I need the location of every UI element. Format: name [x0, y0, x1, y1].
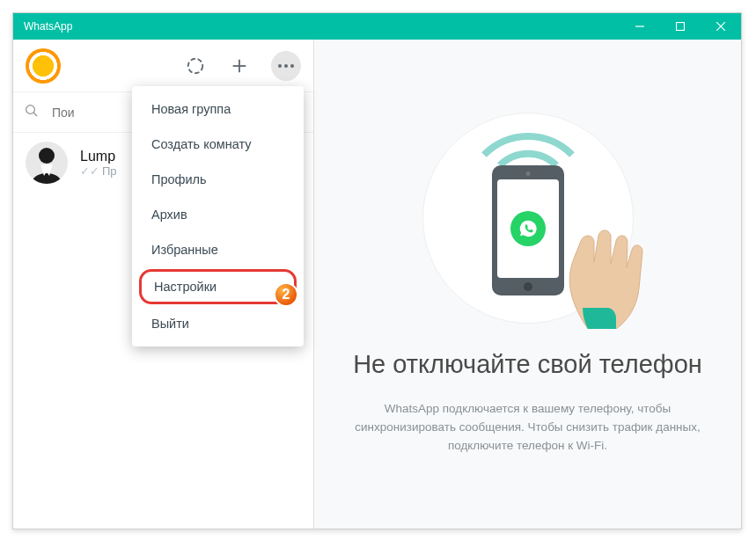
- menu-item-label: Архив: [151, 208, 187, 222]
- menu-item-create-room[interactable]: Создать комнату: [132, 127, 304, 162]
- read-ticks-icon: ✓✓: [80, 164, 99, 178]
- menu-item-starred[interactable]: Избранные: [132, 232, 304, 267]
- headline: Не отключайте свой телефон: [353, 348, 702, 380]
- svg-point-7: [278, 64, 282, 68]
- dropdown-menu: Новая группа Создать комнату Профиль Арх…: [132, 86, 304, 346]
- titlebar: WhatsApp: [13, 13, 741, 40]
- menu-item-new-group[interactable]: Новая группа: [132, 91, 304, 127]
- left-actions: [183, 51, 301, 81]
- menu-item-label: Избранные: [151, 243, 218, 257]
- self-avatar[interactable]: [26, 48, 61, 84]
- right-pane: Не отключайте свой телефон WhatsApp подк…: [314, 40, 741, 529]
- svg-rect-1: [677, 23, 685, 31]
- menu-item-settings[interactable]: Настройки 2: [139, 269, 297, 304]
- menu-item-logout[interactable]: Выйти: [132, 306, 304, 341]
- minimize-button[interactable]: [620, 13, 660, 40]
- menu-item-label: Новая группа: [151, 102, 231, 116]
- chat-texts: Lump ✓✓ Пр: [80, 149, 117, 178]
- chat-preview: Пр: [102, 164, 117, 178]
- status-icon[interactable]: [183, 54, 208, 78]
- search-icon: [24, 103, 40, 122]
- menu-item-archive[interactable]: Архив: [132, 197, 304, 232]
- menu-item-label: Создать комнату: [151, 137, 251, 151]
- left-header: [13, 40, 313, 92]
- svg-point-9: [290, 64, 294, 68]
- content: Lump ✓✓ Пр Новая группа Создать комнату …: [13, 40, 741, 529]
- menu-item-label: Профиль: [151, 172, 207, 186]
- menu-button[interactable]: [271, 51, 301, 81]
- titlebar-title: WhatsApp: [13, 20, 620, 33]
- svg-point-10: [26, 105, 35, 113]
- annotation-badge: 2: [274, 282, 298, 307]
- subtext: WhatsApp подключается к вашему телефону,…: [343, 400, 713, 456]
- svg-point-12: [39, 148, 55, 164]
- close-button[interactable]: [701, 13, 741, 40]
- whatsapp-logo-icon: [510, 211, 546, 246]
- illustration: [414, 113, 642, 324]
- maximize-button[interactable]: [660, 13, 701, 40]
- svg-point-4: [188, 58, 203, 73]
- new-chat-icon[interactable]: [227, 54, 252, 78]
- app-window: WhatsApp: [12, 12, 742, 529]
- chat-sub: ✓✓ Пр: [80, 164, 117, 178]
- left-pane: Lump ✓✓ Пр Новая группа Создать комнату …: [13, 40, 314, 529]
- menu-item-profile[interactable]: Профиль: [132, 162, 304, 197]
- menu-item-label: Выйти: [151, 317, 189, 331]
- chat-name: Lump: [80, 149, 117, 164]
- menu-item-label: Настройки: [154, 280, 217, 294]
- svg-line-11: [33, 113, 37, 116]
- chat-avatar: [26, 142, 68, 184]
- hand-icon: [544, 197, 658, 329]
- svg-point-8: [284, 64, 288, 68]
